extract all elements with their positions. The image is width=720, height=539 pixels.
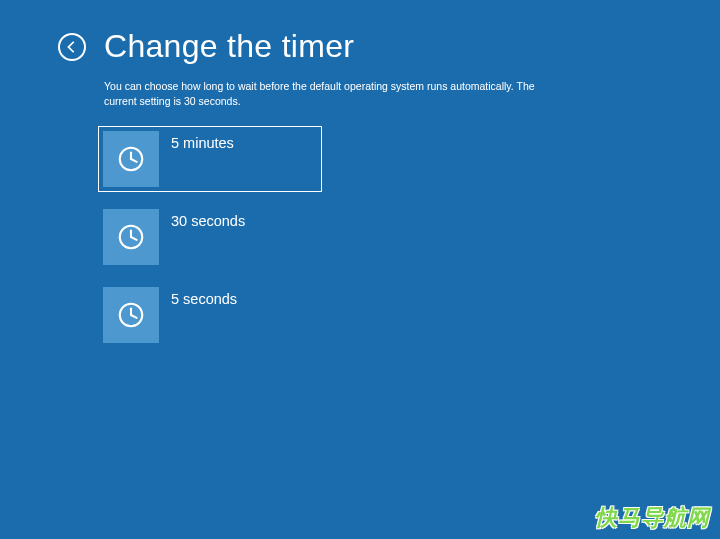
clock-icon	[116, 300, 146, 330]
back-button[interactable]	[58, 33, 86, 61]
clock-icon	[116, 222, 146, 252]
timer-option-5-minutes[interactable]: 5 minutes	[98, 126, 322, 192]
page-description: You can choose how long to wait before t…	[0, 65, 540, 108]
option-tile	[103, 209, 159, 265]
back-arrow-icon	[65, 40, 79, 54]
clock-icon	[116, 144, 146, 174]
svg-line-2	[131, 159, 137, 162]
page-title: Change the timer	[104, 28, 354, 65]
option-tile	[103, 131, 159, 187]
option-label: 5 seconds	[159, 287, 237, 307]
watermark: 快马导航网	[595, 503, 710, 533]
svg-line-5	[131, 237, 137, 240]
timer-option-30-seconds[interactable]: 30 seconds	[98, 204, 322, 270]
timer-options: 5 minutes 30 seconds 5 seconds	[0, 108, 720, 348]
option-label: 30 seconds	[159, 209, 245, 229]
timer-option-5-seconds[interactable]: 5 seconds	[98, 282, 322, 348]
svg-line-8	[131, 315, 137, 318]
header: Change the timer	[0, 0, 720, 65]
option-label: 5 minutes	[159, 131, 234, 151]
option-tile	[103, 287, 159, 343]
